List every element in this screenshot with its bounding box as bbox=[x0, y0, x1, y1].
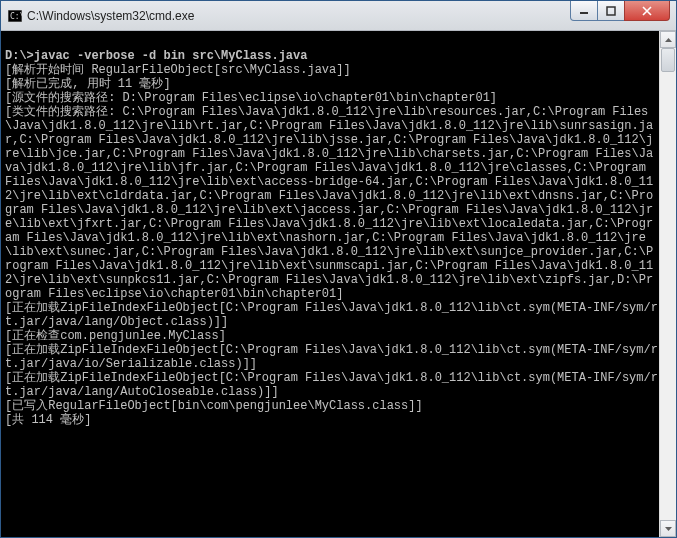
scroll-track[interactable] bbox=[660, 48, 676, 520]
console-line: [解析开始时间 RegularFileObject[src\MyClass.ja… bbox=[5, 63, 659, 77]
console-line: [正在加载ZipFileIndexFileObject[C:\Program F… bbox=[5, 371, 659, 399]
svg-text:C:\: C:\ bbox=[10, 12, 22, 21]
console-line: [正在检查com.pengjunlee.MyClass] bbox=[5, 329, 659, 343]
scrollbar[interactable] bbox=[659, 31, 676, 537]
console-line: [解析已完成, 用时 11 毫秒] bbox=[5, 77, 659, 91]
close-button[interactable] bbox=[624, 1, 670, 21]
scroll-down-button[interactable] bbox=[660, 520, 676, 537]
window-title: C:\Windows\system32\cmd.exe bbox=[27, 9, 571, 23]
titlebar[interactable]: C:\ C:\Windows\system32\cmd.exe bbox=[1, 1, 676, 31]
svg-rect-2 bbox=[580, 12, 588, 14]
console-area: D:\>javac -verbose -d bin src\MyClass.ja… bbox=[1, 31, 676, 537]
console-line: [已写入RegularFileObject[bin\com\pengjunlee… bbox=[5, 399, 659, 413]
console-line bbox=[5, 35, 659, 49]
svg-rect-3 bbox=[607, 7, 615, 15]
console-output[interactable]: D:\>javac -verbose -d bin src\MyClass.ja… bbox=[1, 31, 659, 537]
console-line: [共 114 毫秒] bbox=[5, 413, 659, 427]
cmd-icon: C:\ bbox=[7, 8, 23, 24]
window-buttons bbox=[571, 1, 676, 21]
maximize-button[interactable] bbox=[597, 1, 625, 21]
console-line: D:\>javac -verbose -d bin src\MyClass.ja… bbox=[5, 49, 659, 63]
scroll-up-button[interactable] bbox=[660, 31, 676, 48]
console-line: [类文件的搜索路径: C:\Program Files\Java\jdk1.8.… bbox=[5, 105, 659, 301]
minimize-button[interactable] bbox=[570, 1, 598, 21]
console-line: [源文件的搜索路径: D:\Program Files\eclipse\io\c… bbox=[5, 91, 659, 105]
cmd-window: C:\ C:\Windows\system32\cmd.exe D:\>java… bbox=[0, 0, 677, 538]
console-line: [正在加载ZipFileIndexFileObject[C:\Program F… bbox=[5, 343, 659, 371]
console-line: [正在加载ZipFileIndexFileObject[C:\Program F… bbox=[5, 301, 659, 329]
scroll-thumb[interactable] bbox=[661, 48, 675, 72]
